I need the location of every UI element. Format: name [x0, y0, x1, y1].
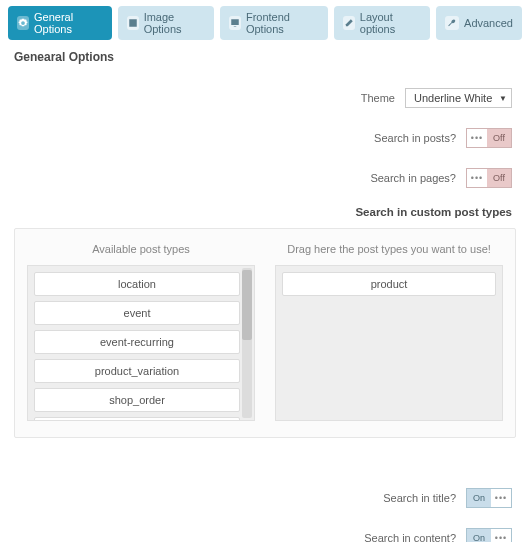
- toggle-label: Search in pages?: [370, 172, 456, 184]
- search-in-content-toggle[interactable]: On •••: [466, 528, 512, 542]
- list-item[interactable]: product_variation: [34, 359, 240, 383]
- search-in-title-toggle[interactable]: On •••: [466, 488, 512, 508]
- list-item[interactable]: event: [34, 301, 240, 325]
- cpt-panel: Available post types location event even…: [14, 228, 516, 438]
- toggle-knob-icon: •••: [491, 489, 511, 507]
- tab-layout-options[interactable]: Layout options: [334, 6, 430, 40]
- search-in-posts-toggle[interactable]: ••• Off: [466, 128, 512, 148]
- scrollbar-thumb[interactable]: [242, 270, 252, 340]
- search-in-posts-row: Search in posts? ••• Off: [8, 122, 522, 162]
- tab-label: Advanced: [464, 17, 513, 29]
- tab-label: Layout options: [360, 11, 421, 35]
- toggle-knob-icon: •••: [467, 129, 487, 147]
- toggle-knob-icon: •••: [467, 169, 487, 187]
- toggle-label: Search in posts?: [374, 132, 456, 144]
- theme-row: Theme Underline White: [8, 82, 522, 122]
- toggle-state: Off: [487, 129, 511, 147]
- image-icon: [127, 16, 139, 30]
- selected-title: Drag here the post types you want to use…: [275, 243, 503, 255]
- available-title: Available post types: [27, 243, 255, 255]
- search-in-title-row: Search in title? On •••: [8, 482, 522, 522]
- toggle-state: Off: [487, 169, 511, 187]
- list-item[interactable]: location: [34, 272, 240, 296]
- list-item[interactable]: shop_coupon: [34, 417, 240, 421]
- tab-bar: General Options Image Options Frontend O…: [8, 6, 522, 40]
- tab-image-options[interactable]: Image Options: [118, 6, 214, 40]
- available-listbox[interactable]: location event event-recurring product_v…: [27, 265, 255, 421]
- toggle-label: Search in title?: [383, 492, 456, 504]
- theme-label: Theme: [361, 92, 395, 104]
- tab-label: Frontend Options: [246, 11, 319, 35]
- toggle-knob-icon: •••: [491, 529, 511, 542]
- tab-frontend-options[interactable]: Frontend Options: [220, 6, 328, 40]
- cpt-heading: Search in custom post types: [8, 202, 522, 228]
- wrench-icon: [445, 16, 459, 30]
- gear-icon: [17, 16, 29, 30]
- monitor-icon: [229, 16, 241, 30]
- pencil-icon: [343, 16, 355, 30]
- search-in-content-row: Search in content? On •••: [8, 522, 522, 542]
- tab-general-options[interactable]: General Options: [8, 6, 112, 40]
- selected-listbox[interactable]: product: [275, 265, 503, 421]
- search-in-pages-row: Search in pages? ••• Off: [8, 162, 522, 202]
- theme-select[interactable]: Underline White: [405, 88, 512, 108]
- list-item[interactable]: product: [282, 272, 496, 296]
- list-item[interactable]: event-recurring: [34, 330, 240, 354]
- scrollbar[interactable]: [242, 268, 252, 418]
- toggle-state: On: [467, 489, 491, 507]
- tab-label: Image Options: [144, 11, 205, 35]
- search-in-pages-toggle[interactable]: ••• Off: [466, 168, 512, 188]
- tab-advanced[interactable]: Advanced: [436, 6, 522, 40]
- tab-label: General Options: [34, 11, 103, 35]
- list-item[interactable]: shop_order: [34, 388, 240, 412]
- section-title: Genearal Options: [14, 50, 522, 64]
- toggle-state: On: [467, 529, 491, 542]
- toggle-label: Search in content?: [364, 532, 456, 542]
